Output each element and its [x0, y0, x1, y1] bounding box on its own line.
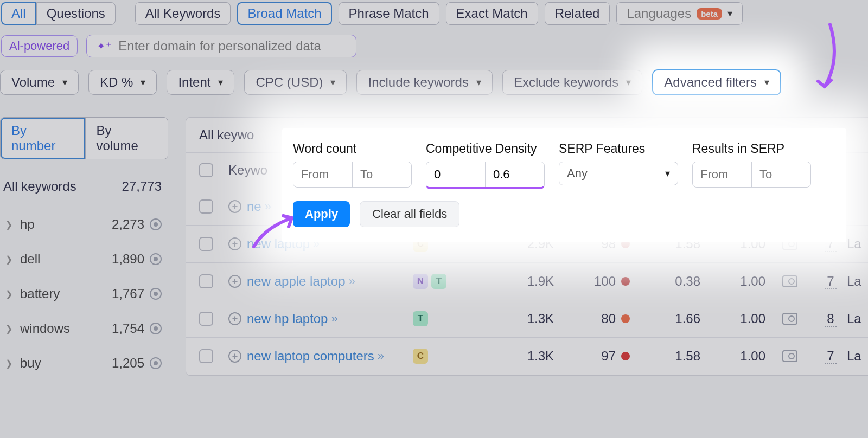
- last-cell: La: [847, 274, 868, 289]
- cpc-cell: 1.58: [630, 349, 700, 364]
- serp-features-select[interactable]: Any ▾: [559, 162, 678, 185]
- intent-badge: C: [413, 349, 428, 364]
- sidebar-item[interactable]: ❯windows 1,754: [0, 311, 168, 346]
- filter-kd[interactable]: KD %▾: [88, 70, 157, 95]
- sidebar-item[interactable]: ❯dell 1,890: [0, 242, 168, 276]
- chevron-right-icon: ❯: [5, 254, 12, 265]
- kd-cell: 97: [554, 349, 630, 364]
- tab-exact-match[interactable]: Exact Match: [446, 2, 538, 25]
- languages-label: Languages: [627, 6, 691, 21]
- eye-icon[interactable]: [150, 357, 162, 369]
- domain-input-wrap[interactable]: ✦⁺: [86, 35, 356, 57]
- expand-icon[interactable]: »: [348, 274, 353, 288]
- competitive-density-from[interactable]: [426, 162, 485, 187]
- expand-icon[interactable]: »: [378, 349, 382, 363]
- eye-icon[interactable]: [150, 218, 162, 230]
- domain-input[interactable]: [118, 38, 346, 54]
- serp-preview-icon[interactable]: [782, 313, 797, 325]
- sidebar-item-label: buy: [20, 356, 41, 371]
- eye-icon[interactable]: [150, 288, 162, 300]
- filter-volume[interactable]: Volume▾: [0, 70, 79, 95]
- word-count-filter: Word count: [293, 141, 412, 189]
- intent-cell: T: [413, 311, 478, 326]
- tab-phrase-match[interactable]: Phrase Match: [339, 2, 439, 25]
- competitive-density-label: Competitive Density: [426, 141, 545, 156]
- filter-cpc[interactable]: CPC (USD)▾: [244, 70, 347, 95]
- add-keyword-icon[interactable]: +: [228, 350, 241, 363]
- tab-questions[interactable]: Questions: [36, 2, 116, 25]
- filter-include-keywords[interactable]: Include keywords▾: [356, 70, 492, 95]
- volume-cell: 1.3K: [478, 311, 554, 326]
- add-keyword-icon[interactable]: +: [228, 275, 241, 288]
- serp-cell[interactable]: [765, 275, 814, 287]
- word-count-from[interactable]: [293, 162, 352, 187]
- advanced-filters-popover: Word count Competitive Density SERP Feat…: [282, 128, 846, 242]
- row-checkbox[interactable]: [199, 349, 213, 363]
- row-checkbox[interactable]: [199, 237, 213, 251]
- apply-button[interactable]: Apply: [293, 201, 350, 227]
- results-from[interactable]: [693, 162, 751, 187]
- filter-advanced[interactable]: Advanced filters▾: [652, 69, 781, 95]
- add-keyword-icon[interactable]: +: [228, 237, 241, 250]
- last-cell: La: [847, 236, 868, 252]
- competitive-density-to[interactable]: [486, 162, 544, 187]
- keyword-groups-sidebar: By number By volume All keywords 27,773 …: [0, 117, 168, 381]
- add-keyword-icon[interactable]: +: [228, 312, 241, 325]
- sidebar-item-count: 2,273: [112, 217, 144, 232]
- add-keyword-icon[interactable]: +: [228, 200, 241, 213]
- serp-features-filter: SERP Features Any ▾: [559, 141, 678, 189]
- filter-exclude-keywords[interactable]: Exclude keywords▾: [502, 70, 642, 95]
- serp-features-count: 7: [814, 274, 847, 289]
- sidebar-item[interactable]: ❯battery 1,767: [0, 276, 168, 311]
- keyword-link[interactable]: new laptop computers: [247, 349, 374, 364]
- keyword-link[interactable]: ne: [247, 199, 261, 214]
- tab-all[interactable]: All: [1, 2, 36, 25]
- sidebar-header-label: All keywords: [3, 179, 76, 194]
- chevron-down-icon: ▾: [476, 76, 481, 88]
- keyword-link[interactable]: new apple laptop: [247, 274, 345, 289]
- keyword-link[interactable]: new hp laptop: [247, 311, 328, 326]
- competitive-density-filter: Competitive Density: [426, 141, 545, 189]
- select-all-checkbox[interactable]: [199, 163, 213, 177]
- chevron-right-icon: ❯: [5, 220, 12, 230]
- sparkle-icon: ✦⁺: [97, 40, 112, 53]
- expand-icon[interactable]: »: [331, 312, 335, 326]
- serp-features-count: 7: [814, 349, 847, 364]
- row-checkbox[interactable]: [199, 274, 213, 288]
- tab-broad-match[interactable]: Broad Match: [237, 2, 331, 25]
- intent-cell: NT: [413, 274, 478, 289]
- last-cell: La: [847, 349, 868, 364]
- sort-by-number[interactable]: By number: [1, 118, 85, 159]
- intent-cell: C: [413, 349, 478, 364]
- intent-badge: T: [431, 274, 446, 289]
- sidebar-item[interactable]: ❯hp 2,273: [0, 207, 168, 242]
- chevron-down-icon: ▾: [764, 76, 769, 88]
- tab-languages[interactable]: Languages beta ▾: [616, 2, 743, 25]
- cpc-cell: 0.38: [630, 274, 700, 289]
- eye-icon[interactable]: [150, 323, 162, 334]
- results-in-serp-filter: Results in SERP: [692, 141, 811, 189]
- eye-icon[interactable]: [150, 253, 162, 265]
- results-to[interactable]: [752, 162, 810, 187]
- chevron-right-icon: ❯: [5, 358, 12, 369]
- tab-all-keywords[interactable]: All Keywords: [135, 2, 231, 25]
- col-keyword-label: Keywo: [228, 163, 267, 178]
- sidebar-item[interactable]: ❯buy 1,205: [0, 346, 168, 381]
- sidebar-item-count: 1,205: [112, 356, 144, 371]
- table-row: + new hp laptop » T 1.3K 80 1.66 1.00 8 …: [186, 300, 868, 338]
- ai-powered-badge: Al-powered: [1, 35, 78, 57]
- serp-preview-icon[interactable]: [782, 350, 797, 362]
- serp-cell[interactable]: [765, 313, 814, 325]
- table-row: + new laptop computers » C 1.3K 97 1.58 …: [186, 338, 868, 375]
- clear-all-button[interactable]: Clear all fields: [360, 201, 459, 227]
- word-count-to[interactable]: [353, 162, 411, 187]
- expand-icon[interactable]: »: [265, 199, 269, 214]
- tab-related[interactable]: Related: [545, 2, 610, 25]
- table-row: + new apple laptop » NT 1.9K 100 0.38 1.…: [186, 263, 868, 300]
- row-checkbox[interactable]: [199, 312, 213, 326]
- serp-cell[interactable]: [765, 350, 814, 362]
- sort-by-volume[interactable]: By volume: [85, 118, 168, 159]
- row-checkbox[interactable]: [199, 199, 213, 214]
- filter-intent[interactable]: Intent▾: [167, 70, 234, 95]
- serp-preview-icon[interactable]: [782, 275, 797, 287]
